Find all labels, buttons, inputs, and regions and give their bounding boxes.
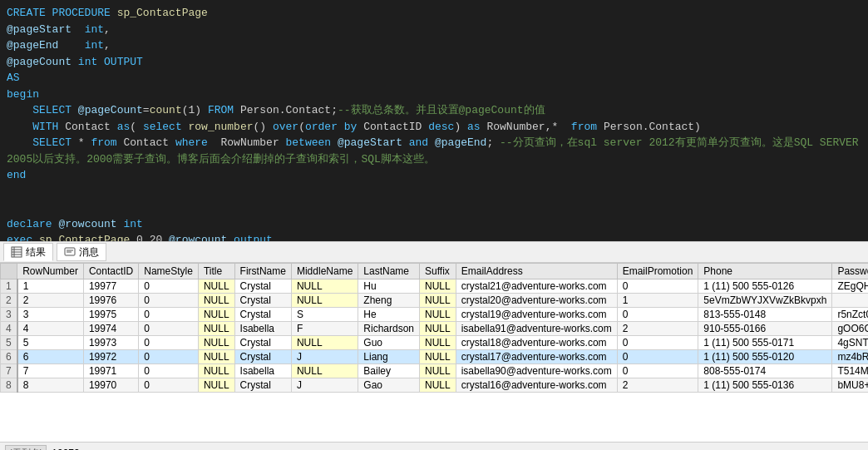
table-row-num: 4 (1, 322, 17, 336)
table-cell: 1 (11) 500 555-0136 (698, 378, 832, 393)
table-cell: S (291, 308, 358, 322)
table-cell: NULL (420, 308, 456, 322)
table-cell: 19976 (83, 294, 138, 308)
table-cell: crystal20@adventure-works.com (456, 294, 617, 308)
table-cell: 2 (617, 322, 698, 336)
table-cell: J (291, 378, 358, 393)
table-cell: NULL (198, 350, 234, 364)
table-cell: NULL (198, 308, 234, 322)
table-cell: NULL (420, 279, 456, 294)
table-cell: 4gSNTcSKHtKW1k9te824e (832, 336, 868, 350)
messages-icon (64, 246, 76, 258)
table-cell: Crystal (234, 336, 291, 350)
table-cell: isabella91@adventure-works.com (456, 322, 617, 336)
table-cell: 1 (11) 500 555-0126 (698, 279, 832, 294)
table-cell: 0 (139, 364, 199, 378)
table-cell: 0 (139, 350, 199, 364)
table-cell: 19973 (83, 336, 138, 350)
table-row-num: 1 (1, 279, 17, 294)
status-value: 19972 (52, 448, 79, 451)
tabs-bar: 结果 消息 (0, 241, 868, 263)
table-cell: 1 (617, 294, 698, 308)
tab-messages[interactable]: 消息 (57, 243, 106, 261)
table-cell: crystal16@adventure-works.com (456, 378, 617, 393)
table-cell: 1 (11) 500 555-0171 (698, 336, 832, 350)
table-cell: J (291, 350, 358, 364)
table-cell: crystal18@adventure-works.com (456, 336, 617, 350)
status-bar: (无列名) 19972 (0, 442, 868, 450)
table-cell: NULL (291, 336, 358, 350)
table-cell: isabella90@adventure-works.com (456, 364, 617, 378)
table-cell: 6 (17, 350, 84, 364)
tab-results[interactable]: 结果 (3, 243, 53, 261)
table-cell: 0 (139, 294, 199, 308)
table-row-num: 7 (1, 364, 17, 378)
table-cell: NULL (420, 378, 456, 393)
table-cell: F (291, 322, 358, 336)
table-cell: NULL (291, 279, 358, 294)
tab-messages-label: 消息 (79, 245, 99, 260)
table-cell: 1 (17, 279, 84, 294)
col-header-phone: Phone (698, 264, 832, 279)
col-header-rownum (1, 264, 17, 279)
table-cell: ZEgQH9qZlPlGyBHYw/dD (832, 279, 868, 294)
table-cell: NULL (198, 364, 234, 378)
table-cell: Crystal (234, 378, 291, 393)
table-cell: crystal19@adventure-works.com (456, 308, 617, 322)
table-cell: 19974 (83, 322, 138, 336)
table-cell: NULL (420, 322, 456, 336)
table-cell: 0 (617, 336, 698, 350)
table-cell: 1 (11) 500 555-0120 (698, 350, 832, 364)
col-header-title: Title (198, 264, 234, 279)
table-cell: r5nZct0C8mWL6KM0DE4p (832, 308, 868, 322)
table-cell: NULL (420, 350, 456, 364)
table-cell: NULL (420, 336, 456, 350)
table-cell: 0 (139, 322, 199, 336)
table-cell: 910-555-0166 (698, 322, 832, 336)
col-header-passwordhash: PasswordHash (832, 264, 868, 279)
table-cell: Richardson (358, 322, 420, 336)
table-cell: 19970 (83, 378, 138, 393)
table-cell: 2 (17, 294, 84, 308)
table-cell: 0 (617, 308, 698, 322)
table-cell: NULL (198, 378, 234, 393)
col-header-firstname: FirstName (234, 264, 291, 279)
table-cell: 0 (139, 279, 199, 294)
table-cell: 8 (17, 378, 84, 393)
code-editor[interactable]: CREATE PROCEDURE sp_ContactPage @pageSta… (0, 0, 868, 241)
col-header-contactid: ContactID (83, 264, 138, 279)
table-cell: Isabella (234, 322, 291, 336)
table-cell: 0 (617, 364, 698, 378)
results-table: RowNumber ContactID NameStyle Title Firs… (0, 263, 868, 393)
table-row-num: 3 (1, 308, 17, 322)
table-cell: 0 (617, 279, 698, 294)
table-cell: T514MZVseQXkhZk46PO1S (832, 364, 868, 378)
table-cell: gOO6OEoRpCe9TiQ4+IfX (832, 322, 868, 336)
table-cell: NULL (198, 294, 234, 308)
table-cell (832, 294, 868, 308)
table-cell: Crystal (234, 279, 291, 294)
no-column-label: (无列名) (5, 445, 47, 450)
table-cell: Guo (358, 336, 420, 350)
table-cell: mz4bRXJ+Lohw6KKHAQ7K (832, 350, 868, 364)
table-cell: 19971 (83, 364, 138, 378)
col-header-middlename: MiddleName (291, 264, 358, 279)
results-area[interactable]: RowNumber ContactID NameStyle Title Firs… (0, 263, 868, 442)
table-cell: Bailey (358, 364, 420, 378)
table-cell: bMU8+aahHiynoKtWannbg (832, 378, 868, 393)
table-cell: 0 (139, 336, 199, 350)
table-cell: Isabella (234, 364, 291, 378)
table-cell: 2 (617, 378, 698, 393)
results-icon (11, 246, 22, 258)
table-cell: Crystal (234, 308, 291, 322)
table-cell: 4 (17, 322, 84, 336)
col-header-emailpromo: EmailPromotion (617, 264, 698, 279)
table-cell: Hu (358, 279, 420, 294)
table-cell: crystal17@adventure-works.com (456, 350, 617, 364)
col-header-rownumber: RowNumber (17, 264, 84, 279)
col-header-email: EmailAddress (456, 264, 617, 279)
table-cell: NULL (420, 364, 456, 378)
table-cell: NULL (420, 294, 456, 308)
table-cell: 0 (617, 350, 698, 364)
table-cell: 19977 (83, 279, 138, 294)
